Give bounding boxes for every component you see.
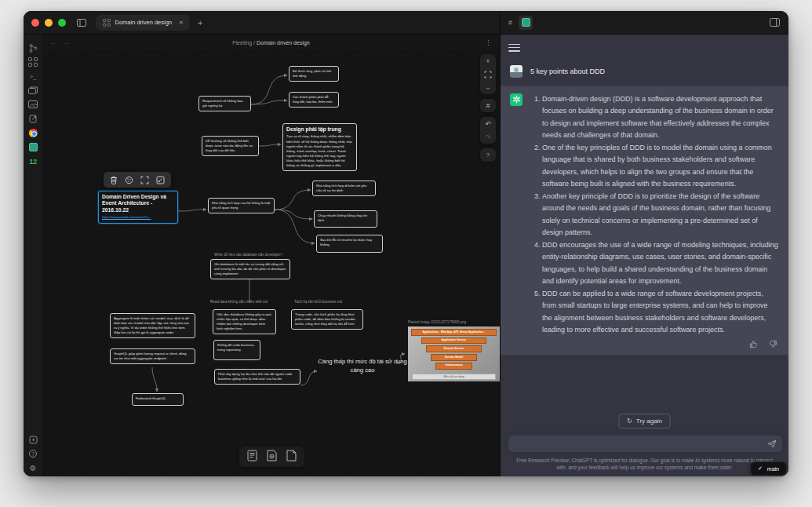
page-share-icon[interactable] bbox=[27, 113, 38, 124]
chat-input-container bbox=[508, 435, 783, 453]
note-type-toolbar bbox=[239, 447, 304, 467]
node-ddd-event-link[interactable]: https://www.youtube.com/watch?v=... bbox=[102, 216, 174, 220]
image-icon[interactable] bbox=[27, 99, 38, 110]
edit-node-icon[interactable] bbox=[156, 176, 165, 184]
assistant-point: Another key principle of DDD is to prior… bbox=[542, 191, 779, 239]
chatgpt-panel: 5 key points about DDD Domain-driven des… bbox=[501, 35, 788, 476]
tab-domain-driven-design[interactable]: Domain driven design ✕ bbox=[96, 15, 190, 31]
color-palette-icon[interactable] bbox=[125, 176, 133, 184]
edgeless-doc-icon bbox=[103, 19, 110, 26]
chatgpt-tab[interactable] bbox=[519, 16, 533, 30]
editor-pane: Domain driven design ✕ + >_ 12 bbox=[24, 11, 500, 476]
browser-side-panel: # 5 key points about DDD Domain-driven d… bbox=[500, 11, 788, 476]
calendar-app-icon[interactable]: 12 bbox=[27, 155, 38, 166]
breadcrumb-current: Domain driven design bbox=[257, 40, 310, 46]
node-components[interactable]: Các thành phần phải dễ thay đổi, loại bỏ… bbox=[289, 92, 339, 108]
minimize-window-button[interactable] bbox=[45, 19, 53, 27]
regenerate-icon: ↻ bbox=[627, 418, 632, 425]
try-again-button[interactable]: ↻ Try again bbox=[618, 414, 671, 429]
label-write-db[interactable]: Write dữ liệu vào database cần developer… bbox=[214, 253, 283, 257]
editor-header: Fleeting / Domain driven design ← → ⋮ bbox=[42, 35, 500, 50]
node-no-business-repo[interactable]: Không để code business trong repository bbox=[213, 340, 260, 360]
node-graphql[interactable]: GraphQL giúp giảm lượng request ở client… bbox=[110, 348, 195, 364]
doc-note-icon[interactable] bbox=[247, 450, 257, 465]
label-infra-split[interactable]: Tách hạ tần khỏi business.md bbox=[294, 300, 342, 304]
node-requirement[interactable]: Requirement sẽ không bao giờ ngừng lại bbox=[198, 96, 251, 111]
assistant-point: One of the key principles of DDD is to m… bbox=[542, 142, 779, 191]
node-adapt[interactable]: Để thích ứng, phải có tính linh động bbox=[289, 66, 339, 82]
node-federated-graphql[interactable]: Federated GraphQL bbox=[132, 393, 184, 406]
node-infra-split[interactable]: Trong code, cần tách phần hạ tầng khỏi p… bbox=[291, 309, 363, 330]
node-resume[interactable]: Sau khi lỗi có resume lại được hay không bbox=[316, 235, 383, 253]
inbox-icon[interactable] bbox=[27, 434, 38, 445]
chrome-app-icon[interactable] bbox=[27, 127, 38, 138]
pasted-image[interactable]: Applications - Web App, API, Server Appl… bbox=[408, 326, 500, 381]
card-stack-icon[interactable] bbox=[27, 85, 38, 96]
node-stability[interactable]: Khả năng tích hợp đi kèm với yêu cầu về … bbox=[312, 181, 376, 196]
help-icon[interactable]: ? bbox=[27, 448, 38, 459]
delete-node-icon[interactable] bbox=[110, 176, 118, 184]
terminal-icon[interactable]: >_ bbox=[27, 71, 38, 82]
chat-message-input[interactable] bbox=[508, 440, 767, 448]
menu-hamburger-icon[interactable] bbox=[508, 44, 781, 52]
canvas-zoom-toolbar: + − # ↶ ↷ ? bbox=[479, 54, 497, 162]
tab-title: Domain driven design bbox=[115, 19, 173, 26]
chat-menu-row bbox=[501, 35, 788, 58]
close-window-button[interactable] bbox=[31, 19, 39, 27]
panel-toggle-icon[interactable] bbox=[768, 16, 781, 29]
apps-grid-icon[interactable] bbox=[27, 57, 38, 67]
architecture-layer: Applications - Web App, API, Server Appl… bbox=[411, 329, 497, 336]
green-app-icon[interactable] bbox=[27, 141, 38, 152]
grid-toggle-button[interactable]: # bbox=[480, 99, 496, 112]
branch-name: main bbox=[767, 466, 779, 472]
tab-close-icon[interactable]: ✕ bbox=[179, 20, 184, 26]
node-design-focus[interactable]: Design phải tập trungTạo sự rõ ràng, thố… bbox=[282, 123, 357, 171]
node-integration[interactable]: Khả năng tích hợp của hệ thống là một yế… bbox=[208, 198, 275, 213]
media-note-icon[interactable] bbox=[267, 450, 277, 465]
breadcrumb-parent[interactable]: Fleeting bbox=[232, 40, 252, 46]
canvas-help-button[interactable]: ? bbox=[480, 148, 496, 162]
thumbs-down-icon[interactable] bbox=[769, 340, 777, 348]
node-toolbar bbox=[104, 172, 171, 188]
fit-view-button[interactable] bbox=[480, 67, 496, 81]
assistant-point: DDD encourages the use of a wide range o… bbox=[542, 239, 779, 288]
branch-badge[interactable]: ✓ main bbox=[750, 461, 787, 476]
settings-gear-icon[interactable]: ⚙ bbox=[27, 462, 38, 473]
zoom-out-button[interactable]: − bbox=[480, 81, 496, 94]
send-message-icon[interactable] bbox=[767, 440, 777, 448]
label-read-data[interactable]: Read data không cần nhiều skill.md bbox=[210, 300, 268, 304]
check-icon: ✓ bbox=[758, 465, 763, 472]
node-read-db[interactable]: Việc đọc database không gây ra quá nhiều… bbox=[213, 309, 276, 334]
whiteboard-canvas[interactable]: Requirement sẽ không bao giờ ngừng lạiĐể… bbox=[42, 50, 500, 476]
app-sidebar: >_ 12 ? ⚙ bbox=[24, 35, 42, 476]
thumbs-up-icon[interactable] bbox=[749, 340, 758, 348]
chat-disclaimer-text: Free Research Preview: ChatGPT is optimi… bbox=[501, 457, 788, 472]
more-options-icon[interactable]: ⋮ bbox=[485, 38, 492, 46]
sidebar-toggle-icon[interactable] bbox=[75, 16, 88, 29]
architecture-layer: Application Service bbox=[421, 337, 487, 345]
node-write-db[interactable]: Ghi database là một tác vụ tương đối nặn… bbox=[210, 259, 290, 279]
node-aggregate[interactable]: Aggregate là một nhóm các model, mục đíc… bbox=[110, 313, 195, 338]
breadcrumb-separator: / bbox=[253, 40, 255, 46]
version-branch-icon[interactable] bbox=[27, 42, 38, 53]
user-message-row: 5 key points about DDD bbox=[501, 58, 788, 86]
breadcrumb[interactable]: Fleeting / Domain driven design bbox=[42, 40, 500, 46]
undo-button[interactable]: ↶ bbox=[480, 117, 496, 130]
traffic-lights bbox=[31, 19, 66, 27]
zoom-window-button[interactable] bbox=[58, 19, 66, 27]
node-actor[interactable]: Dễ thường sẽ không thể biết được actor n… bbox=[202, 136, 259, 156]
hash-tab-icon[interactable]: # bbox=[508, 19, 512, 27]
assistant-point: DDD can be applied to a wide range of so… bbox=[542, 288, 779, 337]
node-ddd-event[interactable]: Domain Driven Design và Event Architectu… bbox=[98, 191, 178, 224]
node-run-stable[interactable]: Chạy nhanh không bằng chạy ổn định bbox=[314, 210, 377, 228]
new-tab-button[interactable]: + bbox=[198, 18, 202, 27]
frame-expand-icon[interactable] bbox=[140, 176, 149, 184]
node-infra-enduser[interactable]: Phải xây dựng hạ tần như thế nào để ngườ… bbox=[214, 369, 300, 385]
text-reuse[interactable]: Càng thấp thì mức độ tái sử dụng càng ca… bbox=[315, 358, 410, 374]
pasted-image-label: Pasted image 20221207175608.png bbox=[408, 320, 466, 324]
blank-page-icon[interactable] bbox=[286, 450, 297, 465]
side-panel-topbar: # bbox=[501, 11, 788, 35]
chatgpt-app-icon bbox=[522, 18, 530, 27]
redo-button[interactable]: ↷ bbox=[480, 130, 496, 144]
zoom-in-button[interactable]: + bbox=[480, 54, 496, 67]
